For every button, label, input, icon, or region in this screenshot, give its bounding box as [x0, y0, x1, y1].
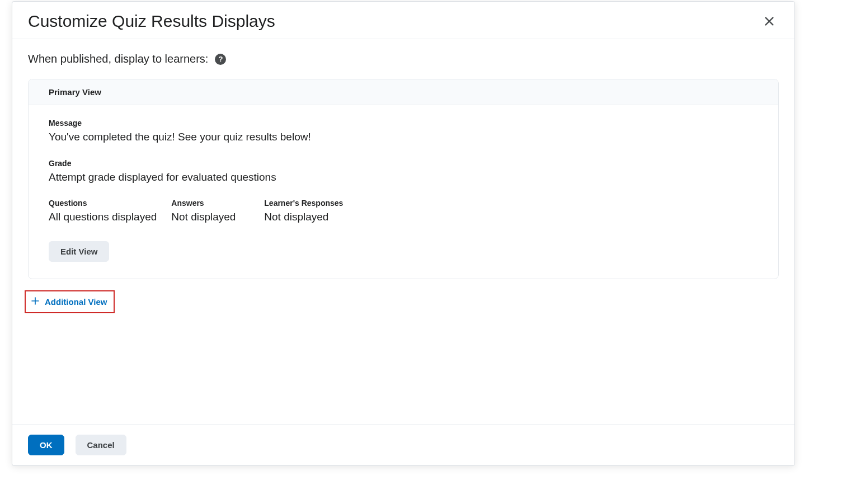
- edit-view-button[interactable]: Edit View: [49, 241, 109, 262]
- primary-view-title: Primary View: [49, 87, 758, 97]
- qar-row: Questions All questions displayed Answer…: [49, 199, 758, 224]
- dialog-header: Customize Quiz Results Displays: [12, 2, 794, 39]
- primary-view-panel-body: Message You've completed the quiz! See y…: [29, 105, 778, 279]
- primary-view-panel-header: Primary View: [29, 79, 778, 105]
- dialog-title: Customize Quiz Results Displays: [28, 12, 275, 31]
- additional-view-highlight: Additional View: [25, 290, 115, 313]
- subhead-text: When published, display to learners:: [28, 53, 208, 65]
- grade-block: Grade Attempt grade displayed for evalua…: [49, 159, 758, 185]
- dialog-footer: OK Cancel: [12, 424, 794, 465]
- cancel-button[interactable]: Cancel: [76, 435, 126, 455]
- dialog-body: When published, display to learners: ? P…: [12, 39, 794, 424]
- subhead-row: When published, display to learners: ?: [28, 53, 779, 65]
- plus-icon: [30, 296, 40, 308]
- questions-col: Questions All questions displayed: [49, 199, 157, 224]
- message-block: Message You've completed the quiz! See y…: [49, 119, 758, 144]
- answers-col: Answers Not displayed: [171, 199, 250, 224]
- responses-label: Learner's Responses: [264, 199, 343, 208]
- add-additional-view-label: Additional View: [45, 297, 107, 307]
- questions-value: All questions displayed: [49, 210, 157, 224]
- responses-value: Not displayed: [264, 210, 343, 224]
- close-icon: [763, 21, 775, 29]
- responses-col: Learner's Responses Not displayed: [264, 199, 343, 224]
- close-button[interactable]: [760, 12, 779, 31]
- message-label: Message: [49, 119, 758, 128]
- message-value: You've completed the quiz! See your quiz…: [49, 130, 758, 144]
- grade-label: Grade: [49, 159, 758, 168]
- questions-label: Questions: [49, 199, 157, 208]
- add-additional-view-button[interactable]: Additional View: [29, 295, 108, 309]
- primary-view-panel: Primary View Message You've completed th…: [28, 79, 779, 279]
- answers-value: Not displayed: [171, 210, 250, 224]
- help-icon[interactable]: ?: [215, 54, 226, 65]
- grade-value: Attempt grade displayed for evaluated qu…: [49, 170, 758, 185]
- ok-button[interactable]: OK: [28, 435, 64, 455]
- answers-label: Answers: [171, 199, 250, 208]
- customize-results-dialog: Customize Quiz Results Displays When pub…: [12, 1, 795, 466]
